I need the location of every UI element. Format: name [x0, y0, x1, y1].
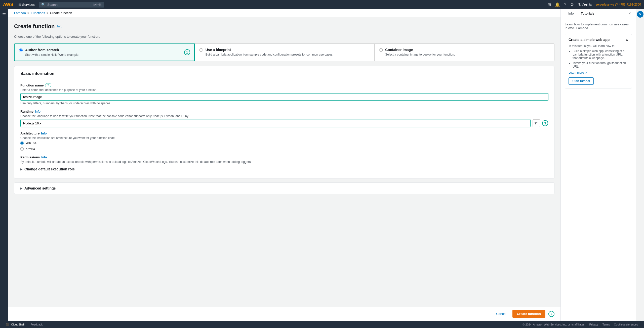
- runtime-hint: Choose the language to use to write your…: [20, 114, 548, 118]
- cloudshell-button[interactable]: ⬛ CloudShell: [6, 323, 24, 326]
- tutorial-card-header: Create a simple web app ∧: [569, 38, 628, 42]
- page-info-link[interactable]: Info: [57, 25, 62, 28]
- runtime-label: Runtime Info: [20, 110, 548, 113]
- tutorial-item-1: Build a simple web app, consisting of a …: [573, 49, 628, 60]
- footer-terms[interactable]: Terms: [602, 323, 610, 326]
- breadcrumb-sep-1: >: [27, 11, 29, 15]
- option-container-image[interactable]: Container image Select a container image…: [375, 43, 554, 61]
- runtime-select-wrapper: Node.js 16.x Node.js 14.x Python 3.9 Pyt…: [20, 119, 548, 127]
- tutorial-title: Create a simple web app: [569, 38, 610, 42]
- side-action-icon[interactable]: ✕: [637, 11, 643, 18]
- tab-info[interactable]: Info: [565, 9, 577, 18]
- option-container-title: Container image: [385, 48, 455, 52]
- refresh-runtime-button[interactable]: ↺: [533, 119, 540, 127]
- top-nav-right: ⊞ 🔔 ? ⚙ N. Virginia serverless-ws @ 4783…: [548, 2, 641, 7]
- option-container-radio[interactable]: [379, 48, 383, 52]
- footer-privacy[interactable]: Privacy: [589, 323, 598, 326]
- runtime-field: Runtime Info Choose the language to use …: [20, 110, 548, 127]
- step-3-badge: 3: [542, 120, 548, 126]
- services-button[interactable]: ⊞ Services: [18, 3, 35, 7]
- change-execution-role-toggle[interactable]: ▶ Change default execution role: [20, 165, 548, 173]
- architecture-arm64-radio[interactable]: [20, 147, 24, 151]
- search-input[interactable]: [47, 3, 91, 7]
- architecture-arm64-option[interactable]: arm64: [20, 147, 548, 151]
- permissions-label: Permissions Info: [20, 155, 548, 159]
- cancel-button[interactable]: Cancel: [493, 310, 509, 317]
- advanced-chevron-icon: ▶: [20, 187, 22, 190]
- breadcrumb-lambda[interactable]: Lambda: [14, 11, 26, 15]
- tutorial-collapse-icon[interactable]: ∧: [626, 38, 628, 42]
- aws-logo: AWS: [3, 2, 13, 7]
- settings-icon[interactable]: ⚙: [570, 2, 574, 7]
- create-function-button[interactable]: Create function: [512, 310, 545, 318]
- function-name-hint: Enter a name that describes the purpose …: [20, 88, 548, 92]
- tutorial-card-body: In this tutorial you will learn how to: …: [569, 44, 628, 68]
- external-link-icon: ↗: [585, 71, 587, 74]
- permissions-info-link[interactable]: Info: [41, 156, 47, 159]
- left-sidebar: ☰: [0, 9, 8, 321]
- grid-icon: ⊞: [18, 3, 21, 7]
- architecture-x86-option[interactable]: x86_64: [20, 141, 548, 145]
- architecture-hint: Choose the instruction set architecture …: [20, 136, 548, 140]
- panel-close-button[interactable]: ×: [628, 10, 632, 17]
- tutorial-item-2: Invoke your function through its functio…: [573, 61, 628, 68]
- grid-apps-icon[interactable]: ⊞: [548, 2, 551, 7]
- cloudshell-icon: ⬛: [6, 323, 10, 326]
- bell-icon[interactable]: 🔔: [555, 2, 560, 7]
- architecture-radio-group: x86_64 arm64: [20, 141, 548, 151]
- panel-tabs: Info Tutorials ×: [561, 9, 636, 18]
- option-author-desc: Start with a simple Hello World example.: [25, 53, 79, 57]
- option-container-desc: Select a container image to deploy for y…: [385, 53, 455, 56]
- bottom-action-bar: Cancel Create function 3: [8, 307, 560, 321]
- search-box[interactable]: 🔍 [Alt+S]: [39, 2, 104, 8]
- help-icon[interactable]: ?: [564, 2, 566, 7]
- tutorial-items-list: Build a simple web app, consisting of a …: [573, 49, 628, 68]
- breadcrumb-sep-2: >: [47, 11, 49, 15]
- function-name-field: Function name 2 Enter a name that descri…: [20, 83, 548, 105]
- architecture-field: Architecture Info Choose the instruction…: [20, 131, 548, 151]
- basic-info-title: Basic information: [20, 71, 548, 79]
- option-use-blueprint[interactable]: Use a blueprint Build a Lambda applicati…: [195, 43, 375, 61]
- footer-cookies[interactable]: Cookie preferences: [614, 323, 638, 326]
- permissions-field: Permissions Info By default, Lambda will…: [20, 155, 548, 164]
- option-author-radio[interactable]: [19, 49, 23, 52]
- chevron-right-icon: ▶: [20, 168, 22, 171]
- architecture-x86-radio[interactable]: [20, 142, 24, 145]
- runtime-select[interactable]: Node.js 16.x Node.js 14.x Python 3.9 Pyt…: [20, 120, 531, 127]
- footer-right: © 2024, Amazon Web Services, Inc. or its…: [522, 323, 638, 326]
- architecture-label: Architecture Info: [20, 131, 548, 135]
- region-selector[interactable]: N. Virginia: [578, 3, 592, 6]
- panel-body: Learn how to implement common use cases …: [561, 18, 636, 321]
- breadcrumb-functions[interactable]: Functions: [31, 11, 45, 15]
- sidebar-toggle[interactable]: ☰: [1, 11, 7, 19]
- top-navigation: AWS ⊞ Services 🔍 [Alt+S] ⊞ 🔔 ? ⚙ N. Virg…: [0, 0, 644, 9]
- feedback-link[interactable]: Feedback: [30, 323, 43, 326]
- learn-more-link[interactable]: Learn more ↗: [569, 71, 628, 74]
- architecture-info-link[interactable]: Info: [41, 132, 47, 135]
- breadcrumb: Lambda > Functions > Create function: [8, 9, 560, 17]
- option-author-step: 1: [184, 49, 190, 55]
- breadcrumb-current: Create function: [50, 11, 72, 15]
- search-icon: 🔍: [41, 3, 45, 7]
- page-title: Create function: [14, 23, 55, 30]
- footer-copyright: © 2024, Amazon Web Services, Inc. or its…: [522, 323, 585, 326]
- tab-tutorials[interactable]: Tutorials: [577, 9, 598, 18]
- creation-options: Author from scratch Start with a simple …: [14, 43, 554, 61]
- permissions-hint: By default, Lambda will create an execut…: [20, 160, 548, 164]
- function-name-input[interactable]: [20, 93, 548, 101]
- option-author-from-scratch[interactable]: Author from scratch Start with a simple …: [14, 43, 195, 61]
- function-name-note: Use only letters, numbers, hyphens, or u…: [20, 102, 548, 105]
- bottom-step-badge: 3: [548, 311, 554, 317]
- start-tutorial-button[interactable]: Start tutorial: [569, 77, 594, 85]
- search-shortcut: [Alt+S]: [93, 3, 102, 6]
- account-info[interactable]: serverless-ws @ 4783-7191-2360: [596, 3, 641, 6]
- advanced-settings-toggle[interactable]: ▶ Advanced settings: [14, 182, 554, 194]
- side-icon-bar: ✕: [636, 9, 644, 321]
- main-content: Lambda > Functions > Create function Cre…: [8, 9, 560, 321]
- runtime-info-link[interactable]: Info: [35, 110, 41, 113]
- function-name-label: Function name 2: [20, 83, 548, 87]
- page-scroll: Create function Info Choose one of the f…: [8, 17, 560, 307]
- tutorial-card: Create a simple web app ∧ In this tutori…: [565, 34, 632, 88]
- option-blueprint-radio[interactable]: [199, 48, 203, 52]
- option-author-title: Author from scratch: [25, 48, 79, 52]
